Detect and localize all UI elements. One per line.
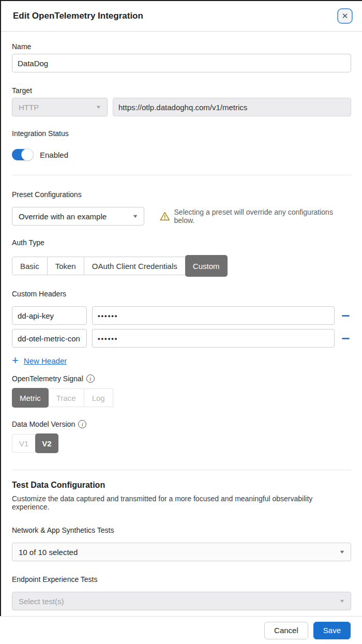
plus-icon: + (12, 355, 19, 366)
integration-status-label: Integration Status (12, 129, 69, 138)
save-button[interactable]: Save (313, 622, 351, 639)
preset-warning-text: Selecting a preset will override any con… (174, 208, 351, 224)
divider (12, 175, 351, 175)
divider (12, 470, 351, 470)
preset-row: Override with an example ▼ Selecting a p… (12, 207, 351, 226)
signal-label: OpenTelemetry Signal (12, 375, 83, 383)
signal-label-row: OpenTelemetry Signal i (12, 375, 351, 383)
close-button[interactable]: ✕ (337, 8, 353, 24)
data-model-label-row: Data Model Version i (12, 420, 351, 428)
chevron-down-icon: ▼ (95, 104, 101, 110)
data-model-option-v2[interactable]: V2 (35, 433, 58, 453)
chevron-down-icon: ▼ (339, 549, 345, 555)
warning-icon (160, 212, 170, 221)
auth-type-option-basic[interactable]: Basic (12, 257, 48, 275)
auth-type-option-custom[interactable]: Custom (185, 255, 228, 277)
synthetics-tests-value: 10 of 10 selected (19, 548, 78, 557)
signal-segmented: Metric Trace Log (12, 388, 351, 408)
target-row: HTTP ▼ (12, 98, 351, 116)
close-icon: ✕ (342, 11, 349, 21)
auth-type-group: Auth Type Basic Token OAuth Client Crede… (12, 238, 351, 277)
auth-type-segmented: Basic Token OAuth Client Credentials Cus… (12, 255, 351, 277)
modal-title: Edit OpenTelemetry Integration (13, 11, 143, 21)
modal-footer: Cancel Save (0, 616, 362, 644)
test-data-heading: Test Data Configuration (12, 481, 351, 490)
new-header-row: + New Header (12, 355, 351, 366)
data-model-version-group: Data Model Version i V1 V2 (12, 420, 351, 453)
target-protocol-value: HTTP (19, 103, 39, 112)
target-protocol-select[interactable]: HTTP ▼ (12, 98, 108, 116)
new-header-link[interactable]: New Header (24, 356, 67, 365)
remove-header-button[interactable] (340, 310, 351, 321)
name-field-group: Name (12, 42, 351, 72)
data-model-version-label: Data Model Version (12, 420, 75, 428)
preset-group: Preset Configurations Override with an e… (12, 190, 351, 226)
cancel-button[interactable]: Cancel (264, 622, 308, 639)
preset-select[interactable]: Override with an example ▼ (12, 207, 144, 226)
name-input[interactable] (12, 54, 351, 72)
custom-headers-label: Custom Headers (12, 290, 66, 298)
minus-icon (342, 315, 350, 317)
info-icon[interactable]: i (86, 375, 95, 383)
endpoint-tests-label: Endpoint Experience Tests (12, 575, 98, 583)
header-key-input[interactable] (12, 306, 87, 325)
endpoint-tests-group: Endpoint Experience Tests Select test(s)… (12, 575, 351, 610)
header-value-input[interactable] (92, 329, 335, 348)
synthetics-tests-group: Network & App Synthetics Tests 10 of 10 … (12, 526, 351, 561)
preset-warning: Selecting a preset will override any con… (160, 208, 351, 224)
remove-header-button[interactable] (340, 333, 351, 344)
chevron-down-icon: ▼ (132, 214, 138, 219)
integration-status-state: Enabled (40, 151, 68, 159)
signal-group: OpenTelemetry Signal i Metric Trace Log (12, 375, 351, 408)
target-field-group: Target HTTP ▼ (12, 86, 351, 116)
test-data-description: Customize the data captured and transmit… (12, 495, 351, 511)
preset-selected-value: Override with an example (19, 212, 107, 221)
auth-type-option-oauth[interactable]: OAuth Client Credentials (84, 257, 186, 275)
info-icon[interactable]: i (78, 420, 86, 428)
custom-header-row (12, 329, 351, 348)
custom-headers-group: Custom Headers + (12, 289, 351, 366)
signal-option-trace[interactable]: Trace (48, 388, 84, 407)
integration-status-group: Integration Status Enabled (12, 129, 351, 160)
target-label: Target (12, 86, 32, 95)
integration-status-row: Enabled (12, 149, 351, 160)
modal-header: Edit OpenTelemetry Integration ✕ (1, 1, 362, 32)
modal-body: Name Target HTTP ▼ Integration Status En… (1, 42, 362, 617)
auth-type-label: Auth Type (12, 238, 44, 247)
data-model-segmented: V1 V2 (12, 433, 351, 453)
integration-status-toggle[interactable] (12, 149, 33, 160)
preset-label: Preset Configurations (12, 190, 82, 199)
custom-header-row (12, 306, 351, 325)
header-key-input[interactable] (12, 329, 87, 348)
chevron-down-icon: ▼ (339, 598, 345, 604)
minus-icon (342, 338, 350, 339)
data-model-option-v1[interactable]: V1 (12, 434, 36, 453)
synthetics-tests-select[interactable]: 10 of 10 selected ▼ (12, 543, 351, 561)
header-value-input[interactable] (92, 306, 335, 325)
endpoint-tests-placeholder: Select test(s) (19, 597, 64, 606)
edit-opentelemetry-integration-modal: { "modal": { "title": "Edit OpenTelemetr… (0, 0, 362, 644)
target-url-input[interactable] (113, 98, 351, 116)
synthetics-tests-label: Network & App Synthetics Tests (12, 526, 114, 534)
signal-option-log[interactable]: Log (84, 388, 113, 407)
test-data-section: Test Data Configuration Customize the da… (12, 481, 351, 511)
signal-option-metric[interactable]: Metric (12, 388, 49, 408)
name-label: Name (12, 42, 31, 51)
auth-type-option-token[interactable]: Token (47, 257, 84, 275)
modal-container: Edit OpenTelemetry Integration ✕ Name Ta… (0, 1, 362, 617)
endpoint-tests-select[interactable]: Select test(s) ▼ (12, 592, 351, 610)
toggle-knob (21, 148, 34, 161)
